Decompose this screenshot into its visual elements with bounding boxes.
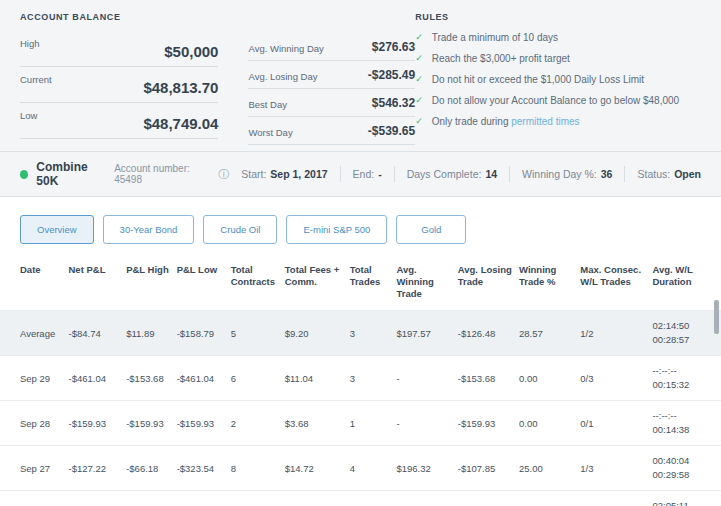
- data-cell: $11.04: [285, 491, 350, 506]
- data-cell: -$159.93: [177, 401, 231, 446]
- data-cell: 66.67: [519, 491, 580, 506]
- balance-label: Low: [20, 108, 37, 121]
- data-cell: $3.68: [285, 401, 350, 446]
- account-stat-value: Open: [674, 168, 701, 180]
- tab-overview[interactable]: Overview: [20, 215, 94, 244]
- rule-text: Only trade during permitted times: [432, 115, 580, 128]
- duration-line: --:--:--: [652, 364, 715, 378]
- day-stat-label: Best Day: [248, 99, 287, 110]
- rule-item: ✓Do not allow your Account Balance to go…: [415, 94, 701, 107]
- date-cell: Sep 26: [0, 491, 68, 506]
- data-cell: -$159.93: [458, 401, 519, 446]
- day-stat-row: Avg. Losing Day-$285.49: [248, 61, 415, 89]
- tabs: Overview30-Year BondCrude OilE-mini S&P …: [0, 215, 721, 244]
- day-stat-value: $546.32: [372, 96, 415, 110]
- account-bar-stats: Start:Sep 1, 2017End:-Days Complete:14Wi…: [229, 166, 701, 182]
- duration-cell: --:--:--00:14:38: [652, 401, 721, 446]
- account-stat-value: Sep 1, 2017: [270, 168, 327, 180]
- balance-row: Low$48,749.04: [20, 103, 218, 139]
- day-stat-label: Avg. Losing Day: [248, 71, 317, 82]
- data-cell: 3: [350, 491, 397, 506]
- data-cell: -$126.48: [458, 311, 519, 356]
- account-stat-label: Status:: [637, 168, 670, 180]
- data-cell: -$153.68: [458, 356, 519, 401]
- data-cell: 0/1: [580, 401, 652, 446]
- duration-line: 00:15:32: [652, 378, 715, 392]
- info-icon[interactable]: ⓘ: [218, 167, 229, 182]
- duration-line: 00:14:38: [652, 423, 715, 437]
- data-cell: -$323.54: [177, 446, 231, 491]
- data-cell: 5: [231, 311, 285, 356]
- data-cell: 28.57: [519, 311, 580, 356]
- column-header: Total Trades: [350, 260, 397, 311]
- column-header: Date: [0, 260, 68, 311]
- data-cell: -$84.74: [68, 311, 126, 356]
- account-stat: Start:Sep 1, 2017: [229, 166, 339, 182]
- date-cell: Sep 27: [0, 446, 68, 491]
- account-stat-label: Days Complete:: [407, 168, 482, 180]
- table-row: Sep 27-$127.22-$66.18-$323.548$14.724$19…: [0, 446, 721, 491]
- data-cell: 0.00: [519, 401, 580, 446]
- data-cell: $11.89: [126, 311, 176, 356]
- rule-text: Trade a minimum of 10 days: [432, 31, 558, 44]
- data-cell: -$66.18: [126, 446, 176, 491]
- data-cell: 8: [231, 446, 285, 491]
- day-stat-label: Worst Day: [248, 127, 292, 138]
- day-stat-row: Best Day$546.32: [248, 89, 415, 117]
- data-cell: 1: [350, 401, 397, 446]
- column-header: Avg. Losing Trade: [458, 260, 519, 311]
- check-icon: ✓: [415, 73, 423, 86]
- data-cell: -$159.93: [126, 401, 176, 446]
- data-cell: -$107.85: [458, 446, 519, 491]
- account-balance-rows: High$50,000Current$48,813.70Low$48,749.0…: [20, 31, 218, 139]
- day-stats-section: Avg. Winning Day$276.63Avg. Losing Day-$…: [248, 12, 415, 145]
- data-cell: -$159.93: [68, 401, 126, 446]
- data-cell: $11.04: [285, 356, 350, 401]
- date-cell: Sep 28: [0, 401, 68, 446]
- check-icon: ✓: [415, 94, 423, 107]
- duration-cell: 02:14:5000:28:57: [652, 311, 721, 356]
- rules-section: RULES ✓Trade a minimum of 10 days✓Reach …: [415, 12, 701, 145]
- account-stat-value: -: [378, 168, 382, 180]
- tab-e-mini-s-p-500[interactable]: E-mini S&P 500: [286, 215, 387, 244]
- table-header-row: DateNet P&LP&L HighP&L LowTotal Contract…: [0, 260, 721, 311]
- table-row: Sep 29-$461.04-$153.68-$461.046$11.043--…: [0, 356, 721, 401]
- duration-line: 02:14:50: [652, 319, 715, 333]
- content-panel: Overview30-Year BondCrude OilE-mini S&P …: [0, 197, 721, 506]
- table-body: Average-$84.74$11.89-$158.795$9.203$197.…: [0, 311, 721, 506]
- permitted-times-link[interactable]: permitted times: [511, 116, 579, 127]
- account-stat-label: Winning Day %:: [522, 168, 597, 180]
- account-stat: Status:Open: [624, 166, 701, 182]
- data-cell: -$97.43: [177, 491, 231, 506]
- account-stat-value: 14: [485, 168, 497, 180]
- rule-item: ✓Do not hit or exceed the $1,000 Daily L…: [415, 73, 701, 86]
- rule-item: ✓Trade a minimum of 10 days: [415, 31, 701, 44]
- balance-label: High: [20, 36, 40, 49]
- table-row: Average-$84.74$11.89-$158.795$9.203$197.…: [0, 311, 721, 356]
- account-stat-value: 36: [601, 168, 613, 180]
- balance-value: $48,749.04: [143, 115, 218, 132]
- data-cell: 2/1: [580, 491, 652, 506]
- tab-gold[interactable]: Gold: [396, 215, 466, 244]
- duration-line: 02:05:11: [652, 499, 715, 506]
- data-cell: -$153.68: [126, 356, 176, 401]
- tab-crude-oil[interactable]: Crude Oil: [203, 215, 277, 244]
- duration-cell: 02:05:1100:01:50: [652, 491, 721, 506]
- column-header: Avg. W/L Duration: [652, 260, 721, 311]
- data-cell: 6: [231, 356, 285, 401]
- day-stat-value: -$539.65: [368, 124, 415, 138]
- data-cell: -$461.04: [177, 356, 231, 401]
- data-cell: $197.57: [396, 311, 457, 356]
- scrollbar-thumb[interactable]: [714, 300, 719, 334]
- rules-title: RULES: [415, 12, 701, 22]
- top-section: ACCOUNT BALANCE High$50,000Current$48,81…: [0, 0, 721, 151]
- account-stat: End:-: [340, 166, 394, 182]
- plan-name: Combine 50K: [36, 160, 107, 188]
- column-header: Winning Trade %: [519, 260, 580, 311]
- data-cell: -$127.22: [68, 446, 126, 491]
- tab-30-year-bond[interactable]: 30-Year Bond: [103, 215, 195, 244]
- column-header: Total Fees + Comm.: [285, 260, 350, 311]
- data-cell: $70.21: [68, 491, 126, 506]
- check-icon: ✓: [415, 115, 423, 128]
- duration-line: 00:29:58: [652, 468, 715, 482]
